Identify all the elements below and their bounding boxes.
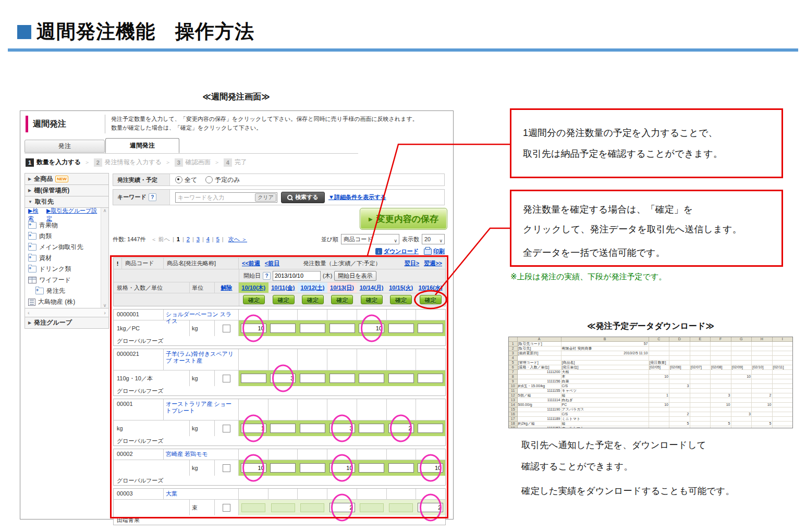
checkbox[interactable] <box>223 504 230 512</box>
qty-input[interactable] <box>241 324 266 333</box>
checkbox[interactable] <box>223 325 230 332</box>
scroll-up-icon[interactable]: ∧ <box>103 208 107 213</box>
qty-input[interactable] <box>388 324 414 333</box>
search-button[interactable]: 検索する <box>281 192 325 203</box>
scroll-left-icon[interactable]: ‹ <box>28 310 30 316</box>
checkbox[interactable] <box>223 375 230 382</box>
tree-item[interactable]: 資材 <box>28 253 100 264</box>
page-link-3[interactable]: 3 <box>197 236 200 242</box>
qty-input[interactable] <box>329 374 355 383</box>
qty-input[interactable] <box>270 324 296 333</box>
qty-input[interactable] <box>359 324 384 333</box>
date-link[interactable]: 10/12(土) <box>301 284 325 292</box>
scroll-down-icon[interactable]: ∨ <box>103 303 107 308</box>
qty-input[interactable] <box>300 324 325 333</box>
qty-input[interactable] <box>300 424 325 433</box>
confirm-button[interactable]: 確定 <box>302 295 324 304</box>
qty-input[interactable] <box>359 374 384 383</box>
tree-link[interactable]: ▶取引先グループ設定 <box>46 207 100 222</box>
next-day-link[interactable]: 翌日> <box>405 259 419 267</box>
download-link[interactable]: ダウンロード <box>384 248 419 255</box>
checkbox[interactable] <box>223 425 230 432</box>
radio-plan-only[interactable]: 予定のみ <box>205 176 240 184</box>
tab-weekly-order[interactable]: 週間発注 <box>105 138 179 153</box>
page-link-1[interactable]: 1 <box>177 236 180 242</box>
scroll-right-icon[interactable]: › <box>104 310 106 316</box>
page-link-4[interactable]: 4 <box>206 236 210 242</box>
clear-button[interactable]: クリア <box>255 193 276 202</box>
confirm-button[interactable]: 確定 <box>273 295 295 304</box>
show-start-date-button[interactable]: 開始日を表示 <box>334 271 376 281</box>
help-icon[interactable]: ? <box>263 272 271 280</box>
sidebar-item-shelf[interactable]: ▶ 棚(保管場所) <box>25 184 109 196</box>
tree-item[interactable]: 大島物産 (株) <box>28 296 100 307</box>
radio-selected-icon[interactable] <box>175 176 182 183</box>
radio-unselected-icon[interactable] <box>205 176 213 183</box>
page-link-2[interactable]: 2 <box>187 236 190 242</box>
qty-input[interactable] <box>241 463 266 473</box>
prev-day-link[interactable]: <前日 <box>265 259 279 267</box>
next-page-link[interactable]: 次へ ＞ <box>228 236 247 243</box>
prev-page-link[interactable]: ＜ 前へ <box>151 236 170 243</box>
print-group[interactable]: 印刷 <box>424 248 445 255</box>
qty-input[interactable] <box>418 374 443 383</box>
sidebar-item-order-group[interactable]: ▶ 発注グループ <box>25 317 109 329</box>
qty-input[interactable] <box>241 424 266 433</box>
page-link-5[interactable]: 5 <box>216 236 219 242</box>
qty-input[interactable] <box>359 463 384 473</box>
qty-input[interactable] <box>388 374 414 383</box>
print-link[interactable]: 印刷 <box>433 248 445 255</box>
qty-input[interactable] <box>270 424 296 433</box>
confirm-button[interactable]: 確定 <box>361 295 383 304</box>
sort-select[interactable]: 商品コード <box>341 234 399 244</box>
date-link[interactable]: 10/14(月) <box>360 284 384 292</box>
date-link[interactable]: 10/11(金) <box>271 284 295 292</box>
radio-all[interactable]: 全て <box>175 176 197 184</box>
sidebar-item-vendors[interactable]: ▼ 取引先 <box>25 196 109 208</box>
confirm-button[interactable]: 確定 <box>331 295 353 304</box>
vertical-scrollbar[interactable]: ∧ ∨ <box>101 208 108 308</box>
qty-input[interactable] <box>359 424 384 433</box>
tree-item[interactable]: メイン御取引先 <box>28 242 100 253</box>
date-link[interactable]: 10/10(木) <box>241 284 265 292</box>
qty-input[interactable] <box>300 463 325 473</box>
download-group[interactable]: ダウンロード <box>375 248 419 255</box>
horizontal-scrollbar[interactable]: ‹ › <box>25 308 109 317</box>
date-link[interactable]: 10/16(水) <box>419 284 443 292</box>
qty-input[interactable] <box>418 424 443 433</box>
confirm-button[interactable]: 確定 <box>390 295 412 304</box>
save-changes-button[interactable]: ▶ 変更内容の保存 <box>360 208 447 230</box>
date-link[interactable]: 10/15(火) <box>389 284 413 292</box>
qty-input[interactable] <box>418 324 443 333</box>
qty-input[interactable] <box>388 463 414 473</box>
checkbox[interactable] <box>223 464 230 472</box>
qty-input[interactable] <box>388 424 414 433</box>
tree-link[interactable]: ▶検索 <box>28 207 43 222</box>
confirm-button[interactable]: 確定 <box>420 295 442 304</box>
qty-input[interactable] <box>270 463 296 473</box>
sidebar-item-all-products[interactable]: ▶ 全商品 NEW <box>25 173 109 185</box>
confirm-button[interactable]: 確定 <box>243 295 265 304</box>
qty-input[interactable] <box>270 374 296 383</box>
qty-input[interactable] <box>300 374 325 383</box>
qty-input[interactable] <box>329 324 355 333</box>
page-size-select[interactable]: 20 <box>422 234 445 244</box>
prev-week-link[interactable]: <<前週 <box>242 259 260 267</box>
tree-item[interactable]: 肉類 <box>28 231 100 242</box>
detail-conditions-link[interactable]: ▼詳細条件を表示する <box>328 193 386 201</box>
qty-input[interactable] <box>329 424 355 433</box>
next-week-link[interactable]: 翌週>> <box>424 259 442 267</box>
tree-item[interactable]: ドリンク類 <box>28 264 100 275</box>
qty-input[interactable] <box>241 374 266 383</box>
start-date-input[interactable] <box>273 271 321 281</box>
tree-item[interactable]: 発注先 <box>28 286 100 296</box>
tree-item[interactable]: ワイフード <box>28 275 100 286</box>
qty-input[interactable] <box>418 503 443 512</box>
help-icon[interactable]: ? <box>149 193 156 201</box>
qty-input[interactable] <box>329 503 355 512</box>
qty-input[interactable] <box>418 463 443 473</box>
clear-selection-link[interactable]: 解除 <box>221 284 233 292</box>
date-link[interactable]: 10/13(日) <box>330 284 354 292</box>
tab-order[interactable]: 発注 <box>25 140 105 153</box>
qty-input[interactable] <box>329 463 355 473</box>
